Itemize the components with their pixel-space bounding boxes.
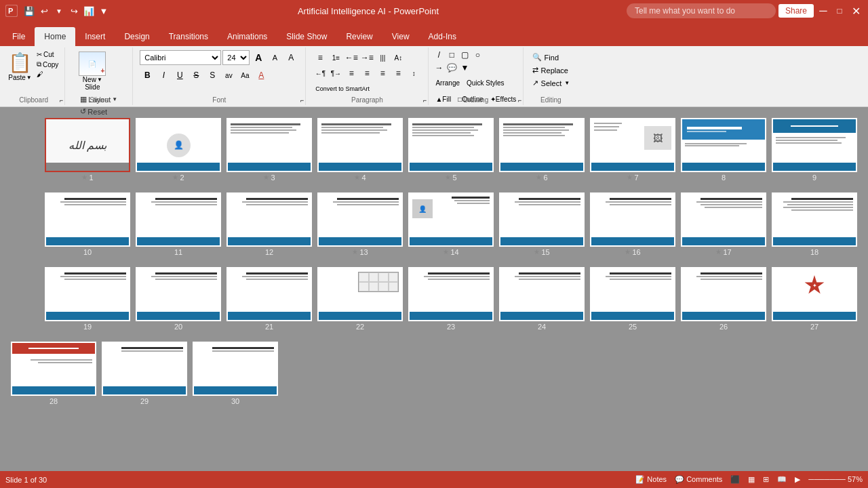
tab-review[interactable]: Review xyxy=(336,27,382,46)
slide-24[interactable]: 24 xyxy=(499,267,585,331)
slide-4[interactable]: ★ 4 xyxy=(317,118,403,182)
share-button[interactable]: Share xyxy=(778,4,814,18)
slide-28[interactable]: 28 xyxy=(11,342,96,405)
tell-me-search[interactable] xyxy=(627,3,776,18)
shape-effects-button[interactable]: ✦Effects xyxy=(488,92,519,106)
view-slidesorter[interactable]: ⊞ xyxy=(763,475,769,484)
slide-15[interactable]: ★ 15 xyxy=(499,192,585,256)
clear-format-button[interactable]: A xyxy=(283,50,298,65)
slide-17[interactable]: ★ 17 xyxy=(681,192,766,256)
comments-button[interactable]: 💬 Comments xyxy=(675,475,722,484)
shadow-button[interactable]: S xyxy=(205,68,220,83)
smart-art-button[interactable]: Convert to SmartArt xyxy=(313,81,372,96)
maximize-button[interactable]: □ xyxy=(833,4,846,18)
font-shrink-button[interactable]: A xyxy=(267,50,282,65)
strikethrough-button[interactable]: S xyxy=(189,68,203,83)
text-direction-button[interactable]: A↕ xyxy=(391,50,406,65)
paste-dropdown[interactable]: ▼ xyxy=(26,75,32,81)
minimize-button[interactable]: ─ xyxy=(816,4,830,18)
slide-8[interactable]: 8 xyxy=(681,118,766,182)
cut-button[interactable]: ✂ Cut xyxy=(35,50,60,59)
char-spacing-button[interactable]: av xyxy=(221,68,236,83)
slide-6[interactable]: ★ 6 xyxy=(499,118,585,182)
save-icon[interactable]: 💾 xyxy=(23,5,35,17)
paste-button[interactable]: 📋 Paste ▼ xyxy=(7,50,33,83)
bold-button[interactable]: B xyxy=(140,68,155,83)
align-center-button[interactable]: ≡ xyxy=(359,66,374,81)
rtl-button[interactable]: ←¶ xyxy=(313,66,328,81)
slide-20[interactable]: 20 xyxy=(136,267,221,331)
slide-30[interactable]: 30 xyxy=(193,342,278,405)
select-dropdown[interactable]: ▼ xyxy=(564,80,570,86)
font-name-select[interactable]: Calibri xyxy=(140,50,221,65)
slide-16[interactable]: ★ 16 xyxy=(590,192,675,256)
slide-10[interactable]: 10 xyxy=(45,192,130,256)
shape-fill-button[interactable]: ▲Fill xyxy=(433,92,454,106)
slide-1[interactable]: بسم الله ★ 1 xyxy=(45,118,130,182)
slide-23[interactable]: 23 xyxy=(408,267,494,331)
undo-arrow[interactable]: ▼ xyxy=(53,5,65,17)
notes-button[interactable]: 📝 Notes xyxy=(635,475,667,484)
clipboard-launcher[interactable]: ⌐ xyxy=(60,97,63,104)
case-button[interactable]: Aa xyxy=(237,68,252,83)
presentation-icon[interactable]: 📊 xyxy=(83,5,95,17)
line-spacing-button[interactable]: ↕ xyxy=(406,66,421,81)
bullets-button[interactable]: ≡ xyxy=(313,50,328,65)
tab-slideshow[interactable]: Slide Show xyxy=(277,27,336,46)
shape-oval[interactable]: ○ xyxy=(471,49,484,61)
slide-2[interactable]: 👤 ★ 2 xyxy=(136,118,221,182)
slide-11[interactable]: 11 xyxy=(136,192,221,256)
new-slide-button[interactable]: 📄 + New▼ Slide xyxy=(77,50,107,92)
slide-5[interactable]: ★ 5 xyxy=(408,118,494,182)
italic-button[interactable]: I xyxy=(156,68,171,83)
tab-file[interactable]: File xyxy=(3,27,35,46)
format-painter-button[interactable]: 🖌 xyxy=(35,70,60,79)
slide-13[interactable]: ★ 13 xyxy=(317,192,403,256)
para-launcher[interactable]: ⌐ xyxy=(423,97,427,104)
font-grow-button[interactable]: A xyxy=(251,50,266,65)
customize-icon[interactable]: ▼ xyxy=(98,5,110,17)
close-button[interactable]: ✕ xyxy=(849,4,863,18)
font-color-button[interactable]: A xyxy=(254,68,269,83)
tab-addins[interactable]: Add-Ins xyxy=(419,27,466,46)
slide-25[interactable]: 25 xyxy=(590,267,675,331)
tab-insert[interactable]: Insert xyxy=(75,27,115,46)
slide-29[interactable]: 29 xyxy=(102,342,187,405)
slide-9[interactable]: 9 xyxy=(772,118,857,182)
underline-button[interactable]: U xyxy=(172,68,187,83)
copy-button[interactable]: ⧉ Copy xyxy=(35,60,60,69)
increase-indent-button[interactable]: →≡ xyxy=(359,50,374,65)
columns-button[interactable]: ||| xyxy=(375,50,390,65)
replace-button[interactable]: ⇄ Replace xyxy=(528,64,574,76)
shape-arrow[interactable]: → xyxy=(433,62,445,74)
shape-callout[interactable]: 💬 xyxy=(446,62,458,74)
slide-12[interactable]: 12 xyxy=(226,192,312,256)
zoom-bar[interactable]: ─────── 57% xyxy=(808,475,863,484)
slide-14[interactable]: 👤 ★ 14 xyxy=(408,192,494,256)
font-launcher[interactable]: ⌐ xyxy=(300,97,304,104)
view-slideshow[interactable]: ▶ xyxy=(795,475,800,484)
view-outline[interactable]: ▦ xyxy=(748,475,755,484)
shape-more[interactable]: ▼ xyxy=(458,62,471,74)
shape-rect[interactable]: □ xyxy=(446,49,458,61)
layout-dropdown[interactable]: ▼ xyxy=(112,96,117,102)
justify-button[interactable]: ≡ xyxy=(391,66,406,81)
ltr-button[interactable]: ¶→ xyxy=(328,66,343,81)
slide-26[interactable]: 26 xyxy=(681,267,766,331)
shape-rounded-rect[interactable]: ▢ xyxy=(458,49,471,61)
find-button[interactable]: 🔍 Find xyxy=(528,52,574,63)
quick-styles-button[interactable]: Quick Styles xyxy=(464,75,507,90)
font-size-select[interactable]: 24 xyxy=(222,50,250,65)
slide-22[interactable]: 22 xyxy=(317,267,403,331)
tab-design[interactable]: Design xyxy=(115,27,159,46)
slide-19[interactable]: 19 xyxy=(45,267,130,331)
drawing-launcher[interactable]: ⌐ xyxy=(518,97,521,104)
undo-icon[interactable]: ↩ xyxy=(38,5,50,17)
tab-transitions[interactable]: Transitions xyxy=(159,27,218,46)
redo-icon[interactable]: ↪ xyxy=(68,5,80,17)
view-normal[interactable]: ⬛ xyxy=(730,475,740,484)
tab-home[interactable]: Home xyxy=(35,27,75,46)
slide-27[interactable]: ✦ 27 xyxy=(772,267,857,331)
arrange-button[interactable]: Arrange xyxy=(433,75,462,90)
select-button[interactable]: ↗ Select ▼ xyxy=(528,77,574,89)
